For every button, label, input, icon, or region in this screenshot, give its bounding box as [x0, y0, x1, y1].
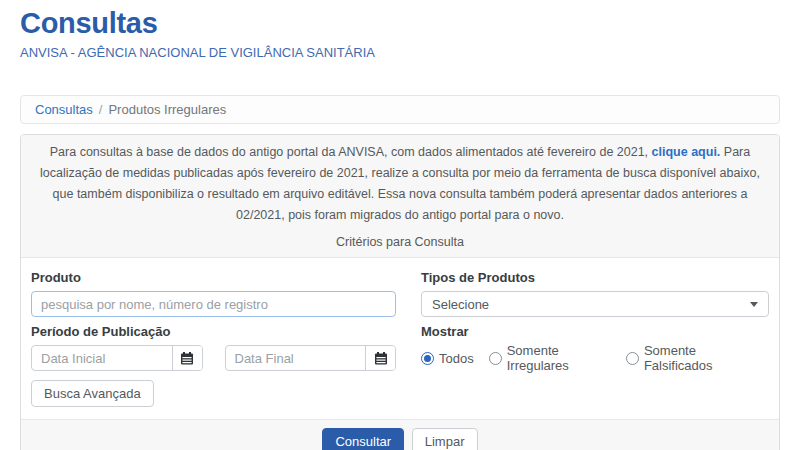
- clique-aqui-link[interactable]: clique aqui.: [652, 145, 721, 159]
- radio-todos-label: Todos: [439, 351, 474, 366]
- produto-label: Produto: [31, 270, 396, 285]
- panel-footer: Consultar Limpar: [21, 419, 779, 450]
- tipos-de-produtos-selected-value: Selecione: [432, 297, 489, 312]
- busca-avancada-button[interactable]: Busca Avançada: [31, 380, 154, 407]
- consulta-panel: Para consultas à base de dados do antigo…: [20, 134, 780, 450]
- breadcrumb: Consultas/Produtos Irregulares: [20, 95, 780, 124]
- data-final-input[interactable]: [226, 346, 366, 370]
- notice-text-before: Para consultas à base de dados do antigo…: [50, 145, 652, 159]
- radio-somente-irregulares-label: Somente Irregulares: [507, 343, 611, 373]
- page-title: Consultas: [20, 7, 780, 40]
- consultar-button[interactable]: Consultar: [322, 428, 404, 450]
- breadcrumb-separator: /: [99, 102, 103, 117]
- periodo-label: Período de Publicação: [31, 324, 396, 339]
- radio-todos[interactable]: Todos: [421, 351, 474, 366]
- radio-button-icon: [489, 352, 502, 365]
- consulta-form: Produto Tipos de Produtos Selecione Perí…: [21, 258, 779, 419]
- criteria-title: Critérios para Consulta: [39, 233, 761, 251]
- breadcrumb-link-consultas[interactable]: Consultas: [35, 102, 93, 117]
- calendar-icon: [180, 352, 194, 365]
- data-inicial-calendar-button[interactable]: [172, 346, 202, 370]
- mostrar-radio-group: Todos Somente Irregulares Somente Falsif…: [421, 345, 769, 371]
- data-inicial-group: [31, 345, 203, 371]
- radio-somente-irregulares[interactable]: Somente Irregulares: [489, 343, 611, 373]
- notice-text: Para consultas à base de dados do antigo…: [39, 142, 761, 226]
- tipos-de-produtos-label: Tipos de Produtos: [421, 270, 769, 285]
- data-final-calendar-button[interactable]: [365, 346, 395, 370]
- limpar-button[interactable]: Limpar: [412, 428, 478, 450]
- radio-somente-falsificados-label: Somente Falsificados: [644, 343, 754, 373]
- tipos-de-produtos-select[interactable]: Selecione: [421, 291, 769, 317]
- chevron-down-icon: [750, 302, 758, 307]
- calendar-icon: [374, 352, 388, 365]
- data-inicial-input[interactable]: [32, 346, 172, 370]
- notice-panel-heading: Para consultas à base de dados do antigo…: [21, 135, 779, 258]
- breadcrumb-current: Produtos Irregulares: [108, 102, 226, 117]
- radio-somente-falsificados[interactable]: Somente Falsificados: [626, 343, 754, 373]
- page-header: Consultas ANVISA - AGÊNCIA NACIONAL DE V…: [0, 0, 800, 60]
- radio-button-icon: [626, 352, 639, 365]
- mostrar-label: Mostrar: [421, 324, 769, 339]
- produto-input[interactable]: [31, 291, 396, 317]
- page-subtitle: ANVISA - AGÊNCIA NACIONAL DE VIGILÂNCIA …: [20, 45, 780, 60]
- radio-button-icon: [421, 352, 434, 365]
- data-final-group: [225, 345, 397, 371]
